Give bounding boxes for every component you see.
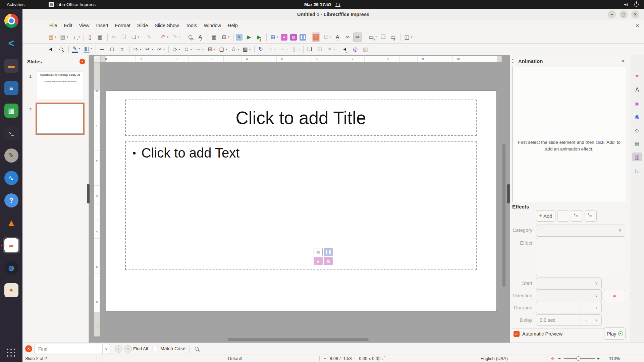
menu-edit[interactable]: Edit — [60, 21, 75, 29]
sidebar-tab-slide-transition[interactable]: ◱ — [632, 166, 642, 175]
dock-help[interactable]: ? — [3, 192, 20, 208]
left-panel-splitter[interactable] — [87, 184, 90, 203]
lines-and-arrows-dropdown-arrow[interactable]: ▾ — [140, 48, 141, 51]
undo-button[interactable]: ↶▾ — [159, 33, 169, 42]
match-case-label[interactable]: Match Case — [160, 346, 185, 351]
clock[interactable]: Mar 26 17:51 — [304, 2, 331, 7]
shadow-button[interactable]: ❏ — [305, 45, 314, 54]
play-button[interactable]: Play ▶ — [604, 327, 626, 340]
slide-canvas[interactable]: Click to add Title • Click to add Text ▦… — [106, 90, 497, 312]
match-case-checkbox[interactable] — [153, 346, 158, 351]
document-modified-icon[interactable]: ↓• — [382, 356, 384, 361]
fill-color-dropdown-arrow[interactable]: ▾ — [91, 47, 92, 50]
new-slide-dropdown-arrow[interactable]: ▾ — [375, 36, 377, 39]
ellipse-button[interactable]: ○ — [118, 45, 126, 54]
stars-and-banners-dropdown-arrow[interactable]: ▾ — [237, 48, 239, 51]
dock-vlc[interactable]: ▲ — [3, 215, 20, 231]
menu-help[interactable]: Help — [224, 21, 241, 29]
close-window-button[interactable]: ✕ — [631, 10, 639, 18]
horizontal-ruler[interactable]: 012345678910 — [100, 56, 502, 62]
dock-app-dark-circle[interactable]: ◍ — [3, 260, 20, 276]
sidebar-tab-gallery[interactable]: ▣ — [632, 99, 642, 108]
sidebar-tab-animation[interactable]: ▥ — [632, 153, 642, 161]
find-all-label[interactable]: Find All — [133, 346, 148, 351]
zoom-slider[interactable] — [564, 358, 595, 359]
slide-style-name[interactable]: Default — [228, 356, 242, 361]
close-document-icon[interactable]: ✕ — [636, 23, 639, 28]
line-color-button[interactable]: ✎▾ — [70, 45, 81, 54]
menu-view[interactable]: View — [75, 21, 93, 29]
basic-shapes-button[interactable]: ◇▾ — [170, 45, 181, 54]
sidebar-tab-shapes[interactable]: ◇ — [632, 126, 642, 134]
insert-chart-placeholder[interactable]: ❚❚ — [324, 248, 333, 256]
dock-libreoffice-calc[interactable]: ▦ — [3, 103, 20, 119]
paste-dropdown-arrow[interactable]: ▾ — [138, 36, 139, 39]
dock-chrome[interactable] — [3, 13, 20, 29]
curves-and-polygons-button[interactable]: ✏▾ — [143, 45, 154, 54]
block-arrows-button[interactable]: ⇔▾ — [194, 45, 204, 54]
rotate-button[interactable]: ↻ — [256, 45, 265, 54]
delete-slide-button[interactable]: ▭× — [389, 33, 397, 42]
maximize-button[interactable]: ▢ — [620, 10, 628, 18]
open-file-dropdown-arrow[interactable]: ▾ — [67, 36, 68, 39]
zoom-slider-handle[interactable] — [576, 356, 581, 361]
save-button[interactable]: ↓•▾ — [70, 33, 80, 42]
zoom-out-button[interactable]: − — [558, 356, 561, 361]
close-find-bar-button[interactable]: ✕ — [25, 345, 32, 352]
menu-tools[interactable]: Tools — [182, 21, 201, 29]
3d-objects-dropdown-arrow[interactable]: ▾ — [249, 48, 251, 51]
menu-format[interactable]: Format — [112, 21, 134, 29]
paste-button[interactable]: ❏▾ — [129, 33, 140, 42]
start-from-first-slide-button[interactable]: ▶ — [245, 33, 253, 42]
sidebar-tab-styles[interactable]: A — [632, 85, 642, 94]
insert-fontwork-button[interactable]: A◡ — [333, 33, 342, 42]
insert-table-placeholder[interactable]: ▦ — [314, 248, 323, 256]
zoom-in-button[interactable]: + — [597, 356, 600, 361]
tab-stop-selector[interactable]: ⌐ — [94, 56, 100, 62]
menu-slide[interactable]: Slide — [134, 21, 151, 29]
menu-slide-show[interactable]: Slide Show — [151, 21, 182, 29]
power-icon[interactable] — [634, 2, 639, 7]
slide-layout-button[interactable]: ◫▾ — [402, 33, 413, 42]
dock-libreoffice-writer[interactable]: ≡ — [3, 80, 20, 96]
print-button[interactable]: ▦ — [96, 33, 104, 42]
slide-1-thumbnail[interactable]: Applications of AI Technology in Daily L… — [37, 71, 83, 99]
dock-app-store[interactable]: ✦ — [3, 282, 20, 298]
save-dropdown-arrow[interactable]: ▾ — [78, 36, 80, 39]
menu-file[interactable]: File — [46, 21, 60, 29]
select-button[interactable]: ➤ — [47, 45, 55, 54]
insert-text-box-button[interactable]: T — [312, 33, 320, 42]
new-presentation-button[interactable]: ▤▾ — [47, 33, 57, 42]
basic-shapes-dropdown-arrow[interactable]: ▾ — [179, 48, 180, 51]
open-file-button[interactable]: ▤▾ — [58, 33, 69, 42]
minimize-button[interactable]: – — [608, 10, 616, 18]
zoom-level[interactable]: 110% — [604, 356, 620, 361]
dock-vscode[interactable]: < — [3, 35, 20, 51]
line-color-dropdown-arrow[interactable]: ▾ — [79, 47, 80, 50]
insert-comment-button[interactable]: ✎ — [235, 33, 243, 42]
curves-and-polygons-dropdown-arrow[interactable]: ▾ — [152, 48, 153, 51]
insert-table-button[interactable]: ⊞▾ — [268, 33, 279, 42]
lines-and-arrows-button[interactable]: ⇨▾ — [131, 45, 142, 54]
sidebar-tab-master-slides[interactable]: ▤ — [632, 139, 642, 148]
language-status[interactable]: English (USA) — [461, 356, 528, 361]
connectors-dropdown-arrow[interactable]: ▾ — [163, 48, 165, 51]
dock-files[interactable]: ▬ — [3, 58, 20, 74]
start-from-current-slide-button[interactable]: ▶∥ — [255, 33, 263, 42]
automatic-preview-checkbox[interactable]: ✓ — [514, 331, 520, 337]
animation-list-box[interactable]: First select the slide element and then … — [512, 67, 626, 202]
export-pdf-button[interactable]: ▯ — [86, 33, 94, 42]
menu-insert[interactable]: Insert — [93, 21, 112, 29]
menu-window[interactable]: Window — [200, 21, 224, 29]
show-applications-button[interactable] — [7, 349, 16, 357]
close-animation-panel-icon[interactable]: ✕ — [621, 58, 625, 64]
spelling-button[interactable]: A✓ — [196, 33, 205, 42]
insert-media-button[interactable]: ▥ — [289, 33, 298, 42]
right-panel-splitter[interactable] — [507, 184, 510, 203]
insert-chart-button[interactable]: ❚❚ — [299, 33, 307, 42]
insert-line-button[interactable]: ─ — [98, 45, 106, 54]
dock-thunderbird[interactable]: ∿ — [3, 170, 20, 186]
insert-hyperlink-button[interactable]: ∞ — [343, 33, 352, 42]
3d-objects-button[interactable]: ▧▾ — [241, 45, 251, 54]
duplicate-slide-button[interactable]: ❐ — [379, 33, 387, 42]
